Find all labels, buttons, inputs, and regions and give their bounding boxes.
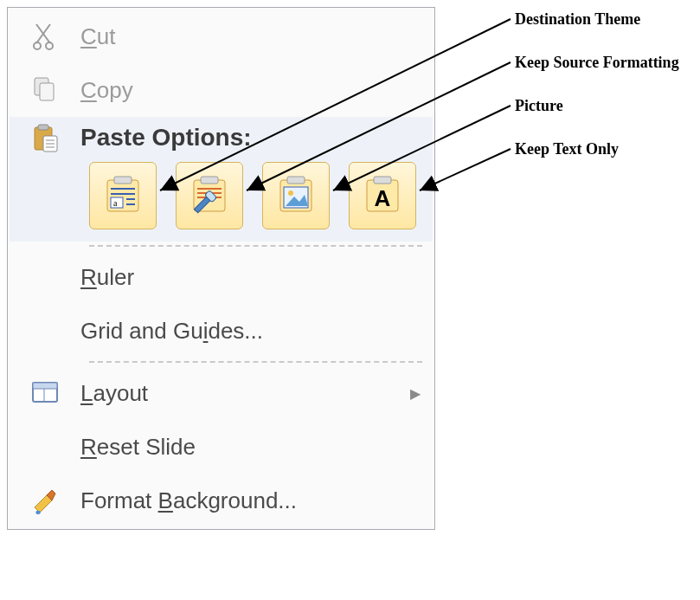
grid-guides-label: Grid and Guides... (80, 318, 433, 345)
context-menu: Cut Copy (7, 7, 435, 530)
cut-label: Cut (80, 23, 433, 50)
svg-rect-36 (33, 383, 57, 389)
paste-destination-theme-button[interactable]: a (89, 162, 157, 229)
copy-icon (10, 74, 80, 106)
ruler-label: Ruler (80, 264, 433, 291)
annotation-keep-text-only: Keep Text Only (515, 140, 619, 158)
svg-rect-33 (374, 177, 391, 184)
paste-options-section: Paste Options: a (10, 117, 433, 242)
menu-item-grid-guides[interactable]: Grid and Guides... (10, 304, 433, 358)
menu-item-cut[interactable]: Cut (10, 10, 433, 63)
annotation-keep-source-formatting: Keep Source Formatting (515, 54, 679, 72)
svg-text:A: A (375, 185, 391, 211)
format-background-label: Format Background... (80, 487, 433, 514)
separator (89, 361, 422, 363)
format-background-icon (10, 485, 80, 516)
separator (89, 245, 422, 247)
destination-theme-icon: a (100, 173, 145, 218)
paste-icon (10, 122, 80, 153)
svg-rect-28 (287, 177, 305, 184)
annotation-destination-theme: Destination Theme (515, 10, 640, 29)
menu-item-copy[interactable]: Copy (10, 63, 433, 117)
svg-rect-7 (38, 125, 48, 130)
keep-text-only-icon: A (360, 173, 405, 218)
cut-icon (10, 21, 80, 52)
svg-rect-21 (201, 177, 218, 184)
paste-keep-text-only-button[interactable]: A (349, 162, 416, 229)
paste-options-row: a (10, 153, 433, 229)
svg-point-30 (288, 190, 293, 196)
menu-item-format-background[interactable]: Format Background... (10, 474, 433, 527)
paste-options-label: Paste Options: (80, 124, 252, 152)
reset-slide-label: Reset Slide (80, 434, 433, 461)
picture-icon (273, 173, 318, 218)
menu-item-reset-slide[interactable]: Reset Slide (10, 420, 433, 474)
layout-icon (10, 377, 80, 409)
menu-item-layout[interactable]: Layout ▶ (10, 366, 433, 420)
menu-item-ruler[interactable]: Ruler (10, 250, 433, 304)
copy-label: Copy (80, 77, 433, 104)
paste-picture-button[interactable] (262, 162, 330, 229)
svg-rect-5 (40, 83, 54, 100)
submenu-arrow-icon: ▶ (398, 385, 433, 402)
annotation-picture: Picture (515, 97, 563, 115)
svg-text:a: a (113, 198, 118, 208)
layout-label: Layout (80, 380, 398, 407)
keep-source-formatting-icon (187, 173, 232, 218)
svg-rect-13 (114, 177, 132, 184)
paste-keep-source-formatting-button[interactable] (176, 162, 243, 229)
